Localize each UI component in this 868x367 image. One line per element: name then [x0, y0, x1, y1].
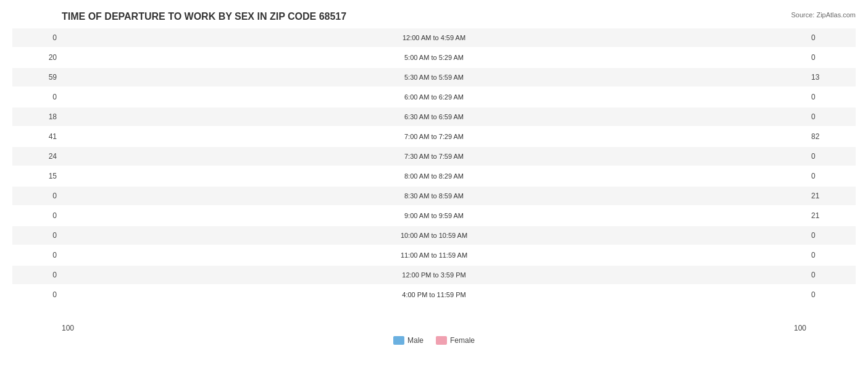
chart-container: TIME OF DEPARTURE TO WORK BY SEX IN ZIP …	[0, 0, 868, 367]
male-value: 0	[12, 271, 62, 279]
female-value: 13	[806, 73, 856, 82]
female-value: 21	[806, 211, 856, 220]
male-value: 0	[12, 251, 62, 259]
time-label: 7:00 AM to 7:29 AM	[404, 133, 464, 140]
bar-section: 12:00 PM to 3:59 PM	[62, 266, 806, 284]
bar-section: 9:00 AM to 9:59 AM	[62, 206, 806, 225]
male-value: 41	[12, 132, 62, 141]
male-value: 0	[12, 290, 62, 299]
bar-section: 6:00 AM to 6:29 AM	[62, 88, 806, 106]
male-value: 0	[12, 93, 62, 101]
table-row: 08:30 AM to 8:59 AM21	[12, 187, 856, 205]
time-label: 6:30 AM to 6:59 AM	[404, 113, 464, 120]
table-row: 247:30 AM to 7:59 AM0	[12, 147, 856, 166]
time-label: 6:00 AM to 6:29 AM	[404, 93, 464, 101]
bar-section: 5:30 AM to 5:59 AM	[62, 68, 806, 86]
female-value: 0	[806, 33, 856, 42]
legend-female-color	[436, 336, 447, 345]
female-value: 0	[806, 53, 856, 62]
legend-male-label: Male	[407, 336, 424, 345]
legend-male: Male	[393, 336, 424, 345]
table-row: 04:00 PM to 11:59 PM0	[12, 285, 856, 304]
bar-section: 8:00 AM to 8:29 AM	[62, 167, 806, 185]
axis-labels: 100 100	[12, 324, 856, 332]
table-row: 158:00 AM to 8:29 AM0	[12, 167, 856, 185]
legend: Male Female	[12, 336, 856, 345]
time-label: 7:30 AM to 7:59 AM	[404, 153, 464, 160]
table-row: 186:30 AM to 6:59 AM0	[12, 108, 856, 126]
female-value: 0	[806, 251, 856, 259]
time-label: 11:00 AM to 11:59 AM	[401, 251, 467, 259]
female-value: 82	[806, 132, 856, 141]
table-row: 011:00 AM to 11:59 AM0	[12, 246, 856, 264]
legend-female-label: Female	[450, 336, 475, 345]
male-value: 59	[12, 73, 62, 82]
time-label: 9:00 AM to 9:59 AM	[404, 212, 464, 219]
bar-section: 7:30 AM to 7:59 AM	[62, 147, 806, 166]
table-row: 09:00 AM to 9:59 AM21	[12, 206, 856, 225]
male-value: 0	[12, 192, 62, 200]
table-row: 010:00 AM to 10:59 AM0	[12, 226, 856, 245]
female-value: 21	[806, 192, 856, 200]
legend-female: Female	[436, 336, 475, 345]
axis-right-label: 100	[794, 324, 806, 332]
bar-section: 7:00 AM to 7:29 AM	[62, 127, 806, 146]
female-value: 0	[806, 271, 856, 279]
bar-section: 8:30 AM to 8:59 AM	[62, 187, 806, 205]
table-row: 012:00 AM to 4:59 AM0	[12, 28, 856, 47]
source-label: Source: ZipAtlas.com	[791, 11, 856, 19]
time-label: 12:00 PM to 3:59 PM	[402, 271, 465, 279]
table-row: 205:00 AM to 5:29 AM0	[12, 48, 856, 67]
female-value: 0	[806, 112, 856, 121]
legend-male-color	[393, 336, 404, 345]
bar-section: 11:00 AM to 11:59 AM	[62, 246, 806, 264]
bar-section: 5:00 AM to 5:29 AM	[62, 48, 806, 67]
axis-left-label: 100	[62, 324, 74, 332]
time-label: 5:00 AM to 5:29 AM	[404, 54, 464, 61]
female-value: 0	[806, 152, 856, 161]
female-value: 0	[806, 290, 856, 299]
bar-section: 6:30 AM to 6:59 AM	[62, 108, 806, 126]
male-value: 0	[12, 211, 62, 220]
table-row: 012:00 PM to 3:59 PM0	[12, 266, 856, 284]
male-value: 0	[12, 33, 62, 42]
time-label: 12:00 AM to 4:59 AM	[403, 34, 465, 41]
bar-section: 12:00 AM to 4:59 AM	[62, 28, 806, 47]
table-row: 595:30 AM to 5:59 AM13	[12, 68, 856, 86]
male-value: 20	[12, 53, 62, 62]
time-label: 10:00 AM to 10:59 AM	[401, 232, 467, 239]
table-row: 06:00 AM to 6:29 AM0	[12, 88, 856, 106]
chart-area: 012:00 AM to 4:59 AM0205:00 AM to 5:29 A…	[12, 28, 856, 323]
female-value: 0	[806, 172, 856, 180]
male-value: 18	[12, 112, 62, 121]
chart-title: TIME OF DEPARTURE TO WORK BY SEX IN ZIP …	[12, 11, 856, 22]
time-label: 5:30 AM to 5:59 AM	[404, 74, 464, 81]
time-label: 4:00 PM to 11:59 PM	[402, 291, 465, 298]
male-value: 24	[12, 152, 62, 161]
time-label: 8:30 AM to 8:59 AM	[404, 192, 464, 200]
female-value: 0	[806, 93, 856, 101]
table-row: 417:00 AM to 7:29 AM82	[12, 127, 856, 146]
bar-section: 4:00 PM to 11:59 PM	[62, 285, 806, 304]
female-value: 0	[806, 231, 856, 240]
time-label: 8:00 AM to 8:29 AM	[404, 172, 464, 180]
male-value: 15	[12, 172, 62, 180]
bar-section: 10:00 AM to 10:59 AM	[62, 226, 806, 245]
male-value: 0	[12, 231, 62, 240]
